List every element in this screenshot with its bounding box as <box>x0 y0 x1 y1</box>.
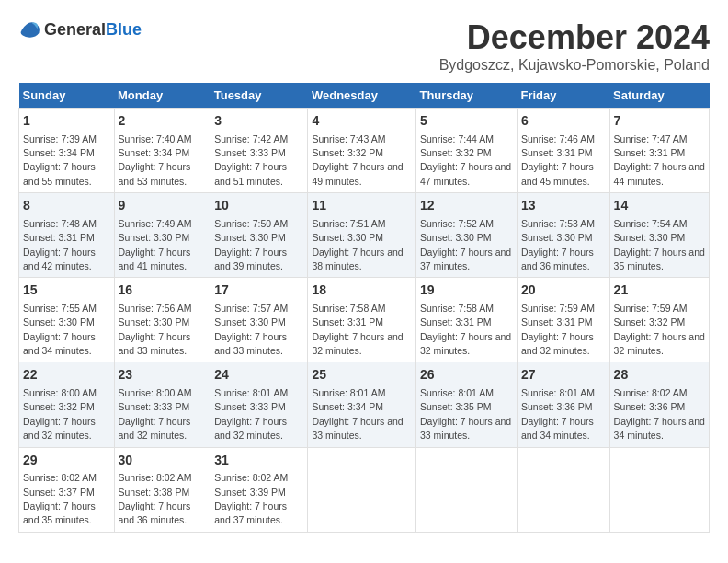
day-number: 13 <box>521 197 606 215</box>
daylight: Daylight: 7 hours and 49 minutes. <box>312 161 403 186</box>
daylight: Daylight: 7 hours and 51 minutes. <box>214 161 287 186</box>
sunrise: Sunrise: 8:02 AM <box>119 472 192 483</box>
sunset: Sunset: 3:30 PM <box>614 232 686 243</box>
sunrise: Sunrise: 7:40 AM <box>119 133 192 144</box>
sunrise: Sunrise: 7:54 AM <box>614 218 688 229</box>
col-tuesday: Tuesday <box>210 83 308 109</box>
sunrise: Sunrise: 8:02 AM <box>214 472 288 483</box>
day-number: 14 <box>614 197 705 215</box>
day-number: 5 <box>420 112 513 131</box>
day-number: 24 <box>214 366 303 385</box>
table-cell: 5 Sunrise: 7:44 AM Sunset: 3:32 PM Dayli… <box>415 109 517 193</box>
sunrise: Sunrise: 7:46 AM <box>521 133 595 144</box>
sunrise: Sunrise: 7:39 AM <box>23 133 97 144</box>
daylight: Daylight: 7 hours and 33 minutes. <box>312 416 403 441</box>
sunrise: Sunrise: 7:58 AM <box>312 303 385 314</box>
day-number: 23 <box>119 366 207 385</box>
sunrise: Sunrise: 7:55 AM <box>23 303 97 314</box>
day-number: 4 <box>312 112 412 131</box>
day-number: 6 <box>521 112 606 131</box>
sunset: Sunset: 3:30 PM <box>420 232 492 243</box>
day-number: 28 <box>614 366 705 385</box>
col-monday: Monday <box>114 83 210 109</box>
sunset: Sunset: 3:36 PM <box>521 401 593 412</box>
sunset: Sunset: 3:38 PM <box>119 487 190 498</box>
daylight: Daylight: 7 hours and 34 minutes. <box>23 331 96 356</box>
sunrise: Sunrise: 8:01 AM <box>214 387 288 398</box>
daylight: Daylight: 7 hours and 36 minutes. <box>119 500 191 525</box>
table-cell: 6 Sunrise: 7:46 AM Sunset: 3:31 PM Dayli… <box>517 109 609 193</box>
table-cell: 10 Sunrise: 7:50 AM Sunset: 3:30 PM Dayl… <box>210 193 308 278</box>
table-cell: 12 Sunrise: 7:52 AM Sunset: 3:30 PM Dayl… <box>415 193 517 278</box>
col-thursday: Thursday <box>415 83 517 109</box>
sunset: Sunset: 3:33 PM <box>214 147 286 158</box>
sunrise: Sunrise: 7:59 AM <box>614 303 688 314</box>
day-number: 22 <box>23 366 110 385</box>
daylight: Daylight: 7 hours and 44 minutes. <box>614 161 705 186</box>
table-cell: 19 Sunrise: 7:58 AM Sunset: 3:31 PM Dayl… <box>415 278 517 362</box>
day-number: 21 <box>614 282 705 300</box>
sunrise: Sunrise: 7:53 AM <box>521 218 595 229</box>
sunrise: Sunrise: 8:01 AM <box>312 387 385 398</box>
table-cell: 18 Sunrise: 7:58 AM Sunset: 3:31 PM Dayl… <box>308 278 416 362</box>
day-number: 2 <box>119 112 207 131</box>
sunrise: Sunrise: 7:42 AM <box>214 133 288 144</box>
table-cell: 8 Sunrise: 7:48 AM Sunset: 3:31 PM Dayli… <box>19 193 115 278</box>
subtitle: Bydgoszcz, Kujawsko-Pomorskie, Poland <box>439 57 710 74</box>
daylight: Daylight: 7 hours and 55 minutes. <box>23 161 96 186</box>
sunset: Sunset: 3:31 PM <box>23 232 95 243</box>
logo-icon <box>18 18 40 40</box>
table-cell: 15 Sunrise: 7:55 AM Sunset: 3:30 PM Dayl… <box>19 278 115 362</box>
sunrise: Sunrise: 8:02 AM <box>614 387 688 398</box>
logo: GeneralBlue <box>18 18 142 40</box>
day-number: 10 <box>214 197 303 215</box>
day-number: 15 <box>23 282 110 300</box>
daylight: Daylight: 7 hours and 32 minutes. <box>23 416 96 441</box>
sunrise: Sunrise: 8:00 AM <box>23 387 97 398</box>
daylight: Daylight: 7 hours and 35 minutes. <box>23 500 96 525</box>
sunset: Sunset: 3:32 PM <box>614 316 686 327</box>
sunset: Sunset: 3:32 PM <box>312 147 383 158</box>
sunset: Sunset: 3:35 PM <box>420 401 492 412</box>
daylight: Daylight: 7 hours and 47 minutes. <box>420 161 511 186</box>
sunset: Sunset: 3:30 PM <box>214 316 286 327</box>
daylight: Daylight: 7 hours and 53 minutes. <box>119 161 191 186</box>
daylight: Daylight: 7 hours and 36 minutes. <box>521 247 594 271</box>
day-number: 18 <box>312 282 412 300</box>
sunset: Sunset: 3:34 PM <box>312 401 383 412</box>
table-cell: 22 Sunrise: 8:00 AM Sunset: 3:32 PM Dayl… <box>19 362 115 447</box>
logo-blue: Blue <box>106 20 142 39</box>
daylight: Daylight: 7 hours and 38 minutes. <box>312 247 403 271</box>
sunset: Sunset: 3:34 PM <box>119 147 190 158</box>
col-saturday: Saturday <box>609 83 709 109</box>
sunrise: Sunrise: 7:51 AM <box>312 218 385 229</box>
week-row-4: 22 Sunrise: 8:00 AM Sunset: 3:32 PM Dayl… <box>19 362 710 447</box>
day-number: 11 <box>312 197 412 215</box>
table-cell <box>517 447 609 532</box>
daylight: Daylight: 7 hours and 32 minutes. <box>420 331 511 356</box>
table-cell <box>609 447 709 532</box>
sunrise: Sunrise: 8:00 AM <box>119 387 192 398</box>
daylight: Daylight: 7 hours and 35 minutes. <box>614 247 705 271</box>
sunrise: Sunrise: 7:44 AM <box>420 133 494 144</box>
sunset: Sunset: 3:34 PM <box>23 147 95 158</box>
table-cell: 30 Sunrise: 8:02 AM Sunset: 3:38 PM Dayl… <box>114 447 210 532</box>
sunrise: Sunrise: 8:01 AM <box>420 387 494 398</box>
day-number: 25 <box>312 366 412 385</box>
table-cell: 26 Sunrise: 8:01 AM Sunset: 3:35 PM Dayl… <box>415 362 517 447</box>
daylight: Daylight: 7 hours and 32 minutes. <box>214 416 287 441</box>
sunset: Sunset: 3:30 PM <box>119 316 190 327</box>
header: GeneralBlue December 2024 Bydgoszcz, Kuj… <box>18 18 710 74</box>
table-cell: 14 Sunrise: 7:54 AM Sunset: 3:30 PM Dayl… <box>609 193 709 278</box>
week-row-2: 8 Sunrise: 7:48 AM Sunset: 3:31 PM Dayli… <box>19 193 710 278</box>
day-number: 27 <box>521 366 606 385</box>
main-title: December 2024 <box>439 18 710 57</box>
table-cell: 7 Sunrise: 7:47 AM Sunset: 3:31 PM Dayli… <box>609 109 709 193</box>
week-row-3: 15 Sunrise: 7:55 AM Sunset: 3:30 PM Dayl… <box>19 278 710 362</box>
sunset: Sunset: 3:32 PM <box>23 401 95 412</box>
col-wednesday: Wednesday <box>308 83 416 109</box>
sunrise: Sunrise: 7:50 AM <box>214 218 288 229</box>
daylight: Daylight: 7 hours and 32 minutes. <box>614 331 705 356</box>
sunset: Sunset: 3:30 PM <box>521 232 593 243</box>
sunrise: Sunrise: 7:52 AM <box>420 218 494 229</box>
